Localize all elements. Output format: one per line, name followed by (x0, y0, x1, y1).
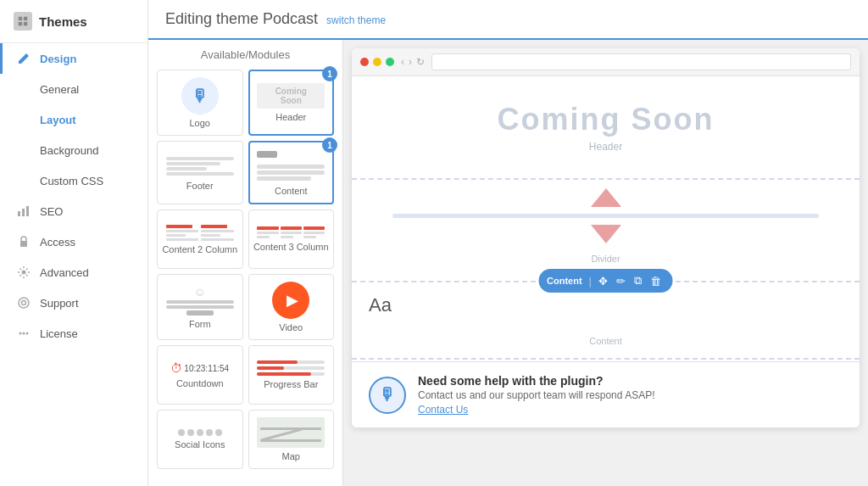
copy-icon[interactable]: ⧉ (631, 272, 645, 289)
help-description: Contact us and our support team will res… (418, 389, 843, 401)
col2-thumbnail (166, 225, 234, 241)
sidebar-label-general: General (40, 83, 79, 96)
module-content[interactable]: 1 Content (248, 141, 335, 204)
sidebar-label-support: Support (40, 297, 79, 310)
footer-thumbnail (166, 155, 234, 177)
sidebar-item-access[interactable]: Access (0, 226, 147, 257)
sidebar-label-seo: SEO (40, 205, 63, 218)
module-header[interactable]: 1 Coming Soon Header (248, 70, 335, 136)
delete-icon[interactable]: 🗑 (647, 273, 665, 289)
module-content2col[interactable]: Content 2 Column (157, 209, 243, 269)
sidebar-item-license[interactable]: License (0, 318, 147, 349)
switch-theme-link[interactable]: switch theme (326, 14, 386, 26)
svg-rect-1 (24, 17, 27, 20)
help-avatar: 🎙 (369, 377, 406, 414)
social-thumbnail (166, 429, 234, 436)
sidebar-item-customcss[interactable]: Custom CSS (0, 165, 147, 196)
refresh-icon[interactable]: ↻ (416, 56, 425, 68)
svg-rect-0 (19, 17, 22, 20)
help-banner: 🎙 Need some help with the plugin? Contac… (352, 361, 860, 427)
chart-icon (16, 204, 31, 219)
divider-label: Divider (591, 254, 620, 264)
sidebar-label-advanced: Advanced (40, 266, 89, 279)
module-map[interactable]: Map (248, 410, 335, 469)
move-icon[interactable]: ✥ (595, 273, 611, 289)
module-content-label: Content (275, 186, 308, 196)
svg-point-10 (22, 301, 26, 305)
help-text: Need some help with the plugin? Contact … (418, 374, 843, 416)
sidebar-label-layout: Layout (40, 114, 76, 126)
customcss-icon (16, 173, 31, 188)
form-thumbnail: ☺ (166, 285, 234, 316)
coming-soon-title: Coming Soon (369, 102, 843, 137)
arrow-down-icon (591, 225, 621, 243)
module-form[interactable]: ☺ Form (157, 274, 243, 340)
module-content3col-label: Content 3 Column (253, 242, 329, 252)
browser-url-bar (431, 53, 851, 70)
sidebar-item-background[interactable]: Background (0, 135, 147, 165)
content-area: Available/Modules 🎙 Logo 1 Coming Soon H… (148, 40, 868, 486)
logo-thumbnail: 🎙 (181, 77, 219, 115)
module-content3col[interactable]: Content 3 Column (248, 209, 335, 269)
module-footer[interactable]: Footer (157, 141, 243, 204)
modules-grid: 🎙 Logo 1 Coming Soon Header (157, 70, 334, 469)
sidebar-item-advanced[interactable]: Advanced (0, 257, 147, 288)
sidebar-label-customcss: Custom CSS (40, 175, 103, 187)
sidebar-item-seo[interactable]: SEO (0, 196, 147, 226)
module-form-label: Form (189, 319, 211, 329)
main-header: Editing theme Podcast switch theme (148, 0, 868, 40)
browser-nav[interactable]: ‹ › ↻ (401, 56, 425, 68)
lifebuoy-icon (16, 295, 31, 310)
svg-rect-3 (24, 22, 27, 25)
themes-icon (14, 12, 32, 31)
toolbar-content-label: Content (547, 276, 582, 286)
module-logo-label: Logo (190, 118, 210, 128)
svg-point-11 (19, 332, 22, 335)
sidebar-item-support[interactable]: Support (0, 288, 147, 318)
preview-panel: ‹ › ↻ Coming Soon Header (343, 40, 868, 486)
sidebar-label-license: License (40, 327, 78, 340)
coming-soon-subtitle: Header (369, 141, 843, 153)
sidebar-nav: Design General Layout Background Custom … (0, 43, 147, 486)
browser-chrome: ‹ › ↻ Coming Soon Header (352, 48, 860, 427)
content-badge: 1 (322, 137, 337, 153)
module-header-label: Header (275, 112, 306, 122)
dot-red (360, 58, 369, 66)
svg-rect-4 (18, 211, 20, 216)
sidebar-label-design: Design (40, 53, 76, 65)
module-video-label: Video (279, 322, 303, 332)
svg-point-9 (19, 298, 29, 308)
dot-yellow (373, 58, 381, 66)
modules-panel: Available/Modules 🎙 Logo 1 Coming Soon H… (148, 40, 343, 486)
map-thumbnail (257, 417, 325, 448)
sidebar-item-layout[interactable]: Layout (0, 104, 147, 135)
module-socialicons-label: Social Icons (175, 439, 225, 450)
browser-toolbar: ‹ › ↻ (352, 48, 860, 76)
module-countdown[interactable]: ⏱ 10:23:11:54 Countdown (157, 345, 243, 405)
contact-us-link[interactable]: Contact Us (418, 404, 843, 416)
svg-point-8 (22, 271, 26, 275)
sidebar-item-general[interactable]: General (0, 74, 147, 104)
module-progressbar[interactable]: Progress Bar (248, 345, 335, 405)
help-title: Need some help with the plugin? (418, 374, 843, 388)
edit-icon[interactable]: ✏ (613, 273, 629, 289)
forward-icon[interactable]: › (409, 56, 412, 68)
header-badge: 1 (322, 66, 337, 81)
module-map-label: Map (282, 451, 300, 461)
content-section: Content | ✥ ✏ ⧉ 🗑 Aa (352, 282, 860, 360)
browser-dots (360, 58, 394, 66)
module-video[interactable]: ▶ Video (248, 274, 335, 340)
module-logo[interactable]: 🎙 Logo (157, 70, 243, 136)
content-aa-text: Aa (369, 294, 392, 316)
module-socialicons[interactable]: Social Icons (157, 410, 243, 469)
lock-icon (16, 234, 31, 249)
sidebar-header: Themes (0, 0, 147, 43)
back-icon[interactable]: ‹ (401, 56, 404, 68)
toolbar-separator: | (589, 275, 592, 288)
svg-rect-7 (20, 241, 27, 247)
sidebar-item-design[interactable]: Design (0, 43, 147, 74)
content-toolbar: Content | ✥ ✏ ⧉ 🗑 (538, 269, 673, 293)
progressbar-thumbnail (257, 360, 325, 376)
module-footer-label: Footer (186, 181, 214, 191)
coming-soon-section: Coming Soon Header (352, 76, 860, 180)
